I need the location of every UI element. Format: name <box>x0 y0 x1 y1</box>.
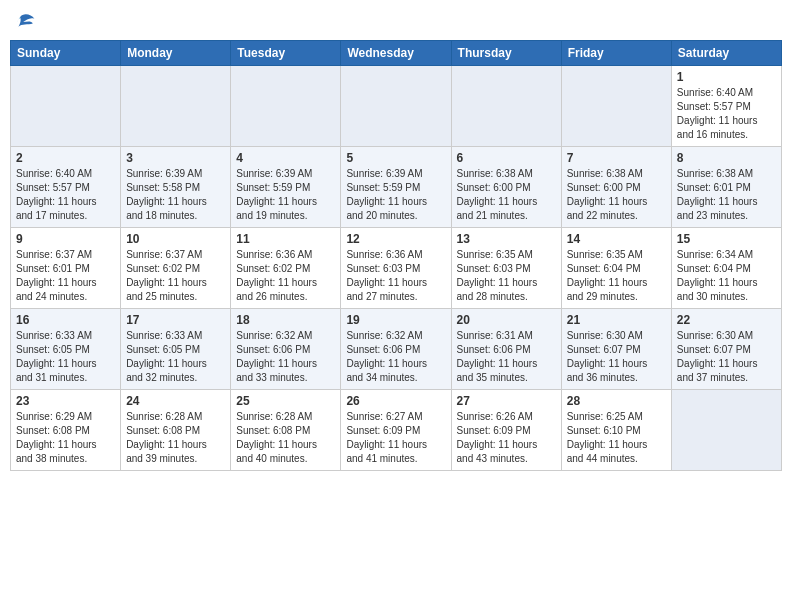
calendar-cell: 9Sunrise: 6:37 AM Sunset: 6:01 PM Daylig… <box>11 228 121 309</box>
calendar-cell: 11Sunrise: 6:36 AM Sunset: 6:02 PM Dayli… <box>231 228 341 309</box>
day-info: Sunrise: 6:37 AM Sunset: 6:01 PM Dayligh… <box>16 248 115 304</box>
day-number: 12 <box>346 232 445 246</box>
day-info: Sunrise: 6:33 AM Sunset: 6:05 PM Dayligh… <box>126 329 225 385</box>
calendar-cell: 15Sunrise: 6:34 AM Sunset: 6:04 PM Dayli… <box>671 228 781 309</box>
day-number: 1 <box>677 70 776 84</box>
calendar-cell: 23Sunrise: 6:29 AM Sunset: 6:08 PM Dayli… <box>11 390 121 471</box>
day-info: Sunrise: 6:36 AM Sunset: 6:02 PM Dayligh… <box>236 248 335 304</box>
day-info: Sunrise: 6:40 AM Sunset: 5:57 PM Dayligh… <box>16 167 115 223</box>
calendar-cell: 21Sunrise: 6:30 AM Sunset: 6:07 PM Dayli… <box>561 309 671 390</box>
calendar-cell: 20Sunrise: 6:31 AM Sunset: 6:06 PM Dayli… <box>451 309 561 390</box>
day-info: Sunrise: 6:33 AM Sunset: 6:05 PM Dayligh… <box>16 329 115 385</box>
day-info: Sunrise: 6:30 AM Sunset: 6:07 PM Dayligh… <box>567 329 666 385</box>
calendar-cell <box>231 66 341 147</box>
day-number: 28 <box>567 394 666 408</box>
weekday-header-saturday: Saturday <box>671 41 781 66</box>
day-number: 26 <box>346 394 445 408</box>
calendar-cell: 12Sunrise: 6:36 AM Sunset: 6:03 PM Dayli… <box>341 228 451 309</box>
day-info: Sunrise: 6:34 AM Sunset: 6:04 PM Dayligh… <box>677 248 776 304</box>
calendar-cell: 26Sunrise: 6:27 AM Sunset: 6:09 PM Dayli… <box>341 390 451 471</box>
day-number: 10 <box>126 232 225 246</box>
logo <box>10 10 36 34</box>
calendar-cell: 22Sunrise: 6:30 AM Sunset: 6:07 PM Dayli… <box>671 309 781 390</box>
day-info: Sunrise: 6:31 AM Sunset: 6:06 PM Dayligh… <box>457 329 556 385</box>
day-info: Sunrise: 6:36 AM Sunset: 6:03 PM Dayligh… <box>346 248 445 304</box>
calendar-cell <box>11 66 121 147</box>
day-number: 4 <box>236 151 335 165</box>
calendar-cell: 6Sunrise: 6:38 AM Sunset: 6:00 PM Daylig… <box>451 147 561 228</box>
weekday-header-friday: Friday <box>561 41 671 66</box>
day-number: 9 <box>16 232 115 246</box>
weekday-header-monday: Monday <box>121 41 231 66</box>
day-info: Sunrise: 6:35 AM Sunset: 6:04 PM Dayligh… <box>567 248 666 304</box>
calendar-cell: 5Sunrise: 6:39 AM Sunset: 5:59 PM Daylig… <box>341 147 451 228</box>
calendar-cell: 13Sunrise: 6:35 AM Sunset: 6:03 PM Dayli… <box>451 228 561 309</box>
calendar-cell: 16Sunrise: 6:33 AM Sunset: 6:05 PM Dayli… <box>11 309 121 390</box>
calendar-cell: 27Sunrise: 6:26 AM Sunset: 6:09 PM Dayli… <box>451 390 561 471</box>
calendar-week-2: 2Sunrise: 6:40 AM Sunset: 5:57 PM Daylig… <box>11 147 782 228</box>
day-info: Sunrise: 6:39 AM Sunset: 5:58 PM Dayligh… <box>126 167 225 223</box>
calendar-cell: 3Sunrise: 6:39 AM Sunset: 5:58 PM Daylig… <box>121 147 231 228</box>
day-info: Sunrise: 6:26 AM Sunset: 6:09 PM Dayligh… <box>457 410 556 466</box>
calendar-cell: 7Sunrise: 6:38 AM Sunset: 6:00 PM Daylig… <box>561 147 671 228</box>
day-info: Sunrise: 6:27 AM Sunset: 6:09 PM Dayligh… <box>346 410 445 466</box>
calendar-cell: 2Sunrise: 6:40 AM Sunset: 5:57 PM Daylig… <box>11 147 121 228</box>
calendar-cell: 18Sunrise: 6:32 AM Sunset: 6:06 PM Dayli… <box>231 309 341 390</box>
day-number: 17 <box>126 313 225 327</box>
day-number: 24 <box>126 394 225 408</box>
day-info: Sunrise: 6:35 AM Sunset: 6:03 PM Dayligh… <box>457 248 556 304</box>
day-number: 14 <box>567 232 666 246</box>
day-info: Sunrise: 6:38 AM Sunset: 6:00 PM Dayligh… <box>567 167 666 223</box>
calendar-cell: 10Sunrise: 6:37 AM Sunset: 6:02 PM Dayli… <box>121 228 231 309</box>
day-number: 2 <box>16 151 115 165</box>
calendar-cell: 25Sunrise: 6:28 AM Sunset: 6:08 PM Dayli… <box>231 390 341 471</box>
day-info: Sunrise: 6:28 AM Sunset: 6:08 PM Dayligh… <box>236 410 335 466</box>
day-info: Sunrise: 6:39 AM Sunset: 5:59 PM Dayligh… <box>346 167 445 223</box>
day-number: 7 <box>567 151 666 165</box>
day-number: 6 <box>457 151 556 165</box>
calendar-cell <box>451 66 561 147</box>
calendar-cell <box>561 66 671 147</box>
day-info: Sunrise: 6:25 AM Sunset: 6:10 PM Dayligh… <box>567 410 666 466</box>
day-info: Sunrise: 6:38 AM Sunset: 6:00 PM Dayligh… <box>457 167 556 223</box>
calendar-week-3: 9Sunrise: 6:37 AM Sunset: 6:01 PM Daylig… <box>11 228 782 309</box>
day-info: Sunrise: 6:32 AM Sunset: 6:06 PM Dayligh… <box>346 329 445 385</box>
day-number: 20 <box>457 313 556 327</box>
day-number: 21 <box>567 313 666 327</box>
weekday-header-thursday: Thursday <box>451 41 561 66</box>
logo-bird-icon <box>12 10 36 34</box>
day-number: 5 <box>346 151 445 165</box>
calendar-cell: 19Sunrise: 6:32 AM Sunset: 6:06 PM Dayli… <box>341 309 451 390</box>
day-info: Sunrise: 6:32 AM Sunset: 6:06 PM Dayligh… <box>236 329 335 385</box>
calendar-cell <box>341 66 451 147</box>
day-info: Sunrise: 6:30 AM Sunset: 6:07 PM Dayligh… <box>677 329 776 385</box>
calendar-week-4: 16Sunrise: 6:33 AM Sunset: 6:05 PM Dayli… <box>11 309 782 390</box>
calendar-cell: 28Sunrise: 6:25 AM Sunset: 6:10 PM Dayli… <box>561 390 671 471</box>
calendar-cell <box>121 66 231 147</box>
calendar-cell <box>671 390 781 471</box>
day-info: Sunrise: 6:40 AM Sunset: 5:57 PM Dayligh… <box>677 86 776 142</box>
calendar-table: SundayMondayTuesdayWednesdayThursdayFrid… <box>10 40 782 471</box>
calendar-cell: 8Sunrise: 6:38 AM Sunset: 6:01 PM Daylig… <box>671 147 781 228</box>
day-number: 25 <box>236 394 335 408</box>
calendar-week-1: 1Sunrise: 6:40 AM Sunset: 5:57 PM Daylig… <box>11 66 782 147</box>
weekday-header-row: SundayMondayTuesdayWednesdayThursdayFrid… <box>11 41 782 66</box>
weekday-header-wednesday: Wednesday <box>341 41 451 66</box>
day-number: 19 <box>346 313 445 327</box>
day-number: 22 <box>677 313 776 327</box>
calendar-cell: 4Sunrise: 6:39 AM Sunset: 5:59 PM Daylig… <box>231 147 341 228</box>
calendar-cell: 14Sunrise: 6:35 AM Sunset: 6:04 PM Dayli… <box>561 228 671 309</box>
calendar-week-5: 23Sunrise: 6:29 AM Sunset: 6:08 PM Dayli… <box>11 390 782 471</box>
header <box>10 10 782 34</box>
day-number: 18 <box>236 313 335 327</box>
calendar-cell: 24Sunrise: 6:28 AM Sunset: 6:08 PM Dayli… <box>121 390 231 471</box>
day-number: 16 <box>16 313 115 327</box>
weekday-header-tuesday: Tuesday <box>231 41 341 66</box>
day-info: Sunrise: 6:38 AM Sunset: 6:01 PM Dayligh… <box>677 167 776 223</box>
day-number: 15 <box>677 232 776 246</box>
weekday-header-sunday: Sunday <box>11 41 121 66</box>
day-number: 8 <box>677 151 776 165</box>
day-number: 23 <box>16 394 115 408</box>
day-info: Sunrise: 6:29 AM Sunset: 6:08 PM Dayligh… <box>16 410 115 466</box>
day-number: 3 <box>126 151 225 165</box>
